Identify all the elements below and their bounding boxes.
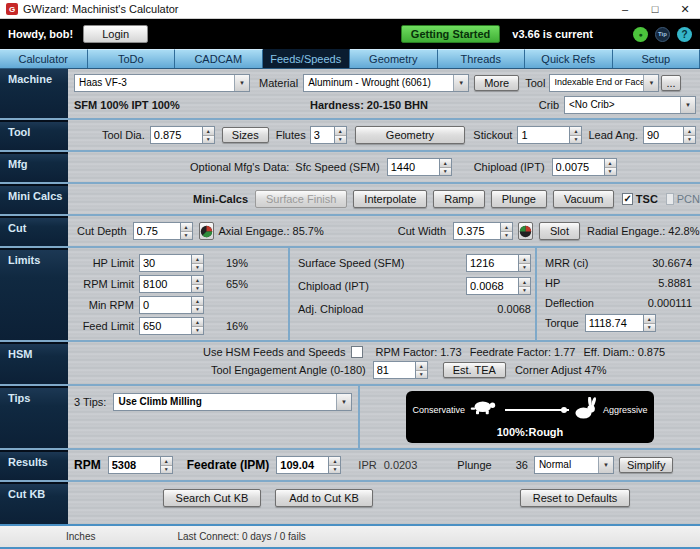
tab-setup[interactable]: Setup: [613, 49, 700, 68]
spin-down-icon[interactable]: [684, 136, 695, 144]
spin-down-icon[interactable]: [644, 324, 655, 332]
chevron-down-icon[interactable]: [336, 394, 351, 410]
stickout-stepper[interactable]: [517, 126, 582, 144]
spin-down-icon[interactable]: [192, 327, 203, 335]
spin-down-icon[interactable]: [519, 264, 530, 272]
material-select[interactable]: Aluminum - Wrought (6061): [303, 74, 469, 92]
cut-width-stepper[interactable]: [453, 222, 513, 240]
rpm-result-stepper[interactable]: [108, 456, 173, 474]
chevron-down-icon[interactable]: [234, 75, 249, 91]
spinner-buttons[interactable]: [191, 275, 204, 293]
spinner-buttons[interactable]: [439, 158, 452, 176]
vacuum-button[interactable]: Vacuum: [553, 190, 615, 208]
stickout-input[interactable]: [517, 126, 569, 144]
spin-up-icon[interactable]: [570, 127, 581, 136]
spinner-buttons[interactable]: [643, 314, 656, 332]
spinner-buttons[interactable]: [518, 277, 531, 295]
spin-down-icon[interactable]: [181, 232, 192, 240]
tea-input[interactable]: [373, 361, 415, 379]
chipload-input[interactable]: [466, 277, 518, 295]
est-tea-button[interactable]: Est. TEA: [443, 362, 506, 378]
close-button[interactable]: ✕: [670, 0, 700, 18]
search-cut-kb-button[interactable]: Search Cut KB: [163, 489, 261, 507]
spin-down-icon[interactable]: [192, 306, 203, 314]
spin-up-icon[interactable]: [329, 457, 340, 466]
chipload-stepper[interactable]: [466, 277, 531, 295]
spinner-buttons[interactable]: [160, 456, 173, 474]
flutes-input[interactable]: [310, 126, 334, 144]
spin-up-icon[interactable]: [644, 315, 655, 324]
tab-feeds-speeds[interactable]: Feeds/Speeds: [263, 49, 351, 68]
tool-dia-stepper[interactable]: [150, 126, 215, 144]
spin-up-icon[interactable]: [605, 159, 616, 168]
lead-angle-stepper[interactable]: [643, 126, 696, 144]
geometry-button[interactable]: Geometry: [355, 126, 466, 144]
aggressiveness-slider[interactable]: [505, 409, 569, 411]
spin-down-icon[interactable]: [161, 466, 172, 474]
surface-speed-input[interactable]: [466, 254, 518, 272]
spin-up-icon[interactable]: [192, 276, 203, 285]
spin-up-icon[interactable]: [192, 318, 203, 327]
machine-select[interactable]: Haas VF-3: [74, 74, 250, 92]
spin-down-icon[interactable]: [605, 168, 616, 176]
feedrate-result-stepper[interactable]: [276, 456, 341, 474]
ramp-button[interactable]: Ramp: [433, 190, 484, 208]
spinner-buttons[interactable]: [518, 254, 531, 272]
spinner-buttons[interactable]: [191, 254, 204, 272]
spin-down-icon[interactable]: [440, 168, 451, 176]
simplify-button[interactable]: Simplify: [619, 457, 674, 473]
chevron-down-icon[interactable]: [453, 75, 468, 91]
spin-up-icon[interactable]: [203, 127, 214, 136]
spinner-buttons[interactable]: [569, 126, 582, 144]
hp-limit-input[interactable]: [139, 254, 191, 272]
spin-down-icon[interactable]: [192, 264, 203, 272]
add-to-cut-kb-button[interactable]: Add to Cut KB: [275, 489, 373, 507]
more-button[interactable]: More: [474, 75, 519, 91]
feed-limit-stepper[interactable]: [139, 317, 204, 335]
rpm-limit-input[interactable]: [139, 275, 191, 293]
spinner-buttons[interactable]: [415, 361, 428, 379]
cut-width-input[interactable]: [453, 222, 500, 240]
slot-button[interactable]: Slot: [539, 222, 580, 240]
spinner-buttons[interactable]: [202, 126, 215, 144]
tips-select[interactable]: Use Climb Milling: [113, 393, 352, 411]
flutes-stepper[interactable]: [310, 126, 347, 144]
interpolate-button[interactable]: Interpolate: [353, 190, 427, 208]
tip-icon[interactable]: Tip: [655, 27, 670, 42]
slider-handle[interactable]: [561, 407, 567, 413]
spin-up-icon[interactable]: [440, 159, 451, 168]
spinner-buttons[interactable]: [683, 126, 696, 144]
spin-up-icon[interactable]: [192, 297, 203, 306]
axial-engagement-icon[interactable]: [199, 222, 214, 240]
mfg-chipload-input[interactable]: [552, 158, 604, 176]
radial-engagement-icon[interactable]: [518, 222, 533, 240]
connection-status-icon[interactable]: [633, 27, 648, 42]
sfc-speed-stepper[interactable]: [387, 158, 452, 176]
spinner-buttons[interactable]: [180, 222, 193, 240]
spinner-buttons[interactable]: [191, 317, 204, 335]
spinner-buttons[interactable]: [334, 126, 347, 144]
tab-threads[interactable]: Threads: [438, 49, 526, 68]
spin-up-icon[interactable]: [519, 278, 530, 287]
spin-up-icon[interactable]: [501, 223, 512, 232]
chevron-down-icon[interactable]: [680, 97, 695, 113]
spin-down-icon[interactable]: [570, 136, 581, 144]
cut-depth-input[interactable]: [133, 222, 180, 240]
spin-up-icon[interactable]: [161, 457, 172, 466]
cut-depth-stepper[interactable]: [133, 222, 193, 240]
feedrate-result-input[interactable]: [276, 456, 328, 474]
tool-dia-input[interactable]: [150, 126, 202, 144]
mode-select[interactable]: Normal: [534, 456, 614, 474]
tab-cadcam[interactable]: CADCAM: [175, 49, 263, 68]
torque-input[interactable]: [585, 314, 643, 332]
chevron-down-icon[interactable]: [643, 75, 658, 91]
rpm-result-input[interactable]: [108, 456, 160, 474]
spin-up-icon[interactable]: [192, 255, 203, 264]
reset-to-defaults-button[interactable]: Reset to Defaults: [520, 489, 630, 507]
tab-calculator[interactable]: Calculator: [0, 49, 88, 68]
spin-up-icon[interactable]: [416, 362, 427, 371]
sizes-button[interactable]: Sizes: [222, 127, 269, 143]
spinner-buttons[interactable]: [328, 456, 341, 474]
crib-select[interactable]: <No Crib>: [564, 96, 696, 114]
min-rpm-stepper[interactable]: [139, 296, 204, 314]
